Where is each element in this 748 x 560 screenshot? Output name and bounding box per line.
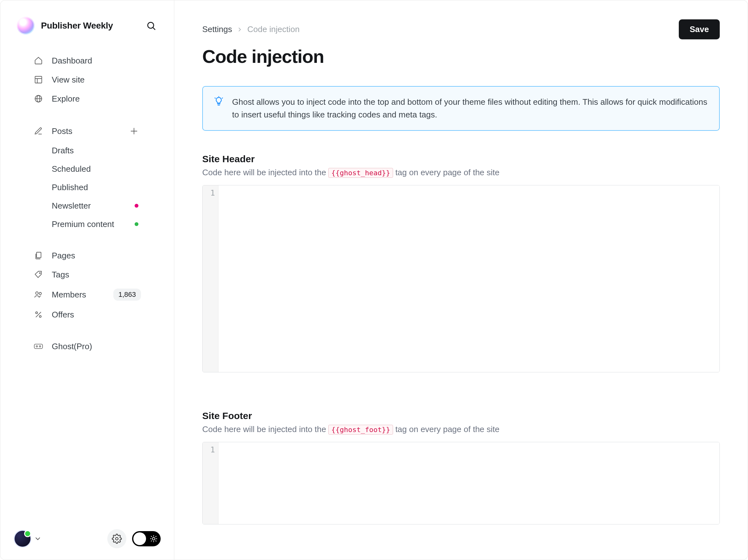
svg-line-14 bbox=[36, 312, 41, 317]
main-content: Settings Code injection Save Code inject… bbox=[174, 0, 748, 560]
breadcrumb-parent[interactable]: Settings bbox=[202, 24, 232, 34]
footer-code-textarea[interactable] bbox=[218, 442, 720, 524]
site-footer-section: Site Footer Code here will be injected i… bbox=[202, 411, 720, 524]
sidebar-item-label: Offers bbox=[52, 310, 74, 320]
svg-point-13 bbox=[39, 293, 41, 295]
sidebar-item-label: Drafts bbox=[52, 146, 74, 156]
sidebar-item-label: Premium content bbox=[52, 219, 114, 229]
svg-line-28 bbox=[156, 536, 156, 537]
toggle-knob bbox=[133, 532, 146, 545]
sidebar-item-label: Dashboard bbox=[52, 56, 92, 66]
sidebar-item-drafts[interactable]: Drafts bbox=[17, 141, 158, 160]
svg-point-15 bbox=[36, 312, 38, 314]
chevron-down-icon bbox=[34, 535, 42, 542]
status-dot-icon bbox=[135, 222, 138, 226]
lightbulb-icon bbox=[214, 96, 224, 106]
sidebar: Publisher Weekly Dashboard bbox=[0, 0, 174, 560]
plus-icon bbox=[130, 127, 138, 136]
svg-point-11 bbox=[39, 273, 40, 274]
svg-point-19 bbox=[39, 346, 41, 347]
svg-rect-2 bbox=[35, 76, 42, 83]
theme-toggle[interactable] bbox=[132, 531, 161, 546]
chevron-right-icon bbox=[236, 26, 243, 33]
svg-line-32 bbox=[222, 98, 223, 98]
svg-point-18 bbox=[36, 346, 38, 347]
sidebar-item-dashboard[interactable]: Dashboard bbox=[17, 51, 158, 70]
sidebar-item-label: Newsletter bbox=[52, 201, 91, 211]
sidebar-item-published[interactable]: Published bbox=[17, 178, 158, 196]
svg-rect-10 bbox=[37, 252, 41, 258]
svg-line-26 bbox=[151, 536, 151, 537]
section-description: Code here will be injected into the {{gh… bbox=[202, 424, 720, 434]
ghost-foot-tag: {{ghost_foot}} bbox=[328, 425, 393, 435]
section-title: Site Header bbox=[202, 154, 720, 164]
sidebar-item-label: Ghost(Pro) bbox=[52, 342, 92, 351]
info-text: Ghost allows you to inject code into the… bbox=[232, 96, 708, 121]
gear-icon bbox=[112, 534, 122, 544]
svg-rect-17 bbox=[34, 344, 43, 349]
svg-point-21 bbox=[153, 537, 155, 540]
sidebar-item-label: Published bbox=[52, 183, 88, 192]
copy-icon bbox=[33, 251, 44, 261]
search-button[interactable] bbox=[145, 19, 158, 32]
svg-line-29 bbox=[151, 541, 151, 541]
sidebar-item-label: Explore bbox=[52, 94, 80, 104]
percent-icon bbox=[33, 309, 44, 320]
sidebar-item-premium-content[interactable]: Premium content bbox=[17, 215, 158, 233]
status-dot-icon bbox=[135, 204, 138, 208]
sidebar-item-label: Pages bbox=[52, 251, 75, 261]
sidebar-item-view-site[interactable]: View site bbox=[17, 70, 158, 89]
sidebar-item-explore[interactable]: Explore bbox=[17, 89, 158, 108]
site-logo-icon bbox=[17, 17, 34, 34]
svg-point-16 bbox=[39, 316, 41, 318]
search-icon bbox=[146, 21, 156, 31]
settings-button[interactable] bbox=[107, 529, 126, 548]
svg-line-27 bbox=[156, 541, 156, 541]
svg-line-1 bbox=[153, 28, 155, 29]
house-icon bbox=[33, 55, 44, 66]
page-title: Code injection bbox=[202, 46, 720, 67]
svg-line-31 bbox=[215, 98, 215, 98]
section-title: Site Footer bbox=[202, 411, 720, 421]
site-switcher[interactable]: Publisher Weekly bbox=[17, 17, 158, 34]
users-icon bbox=[33, 289, 44, 300]
pro-icon bbox=[33, 341, 44, 351]
save-button[interactable]: Save bbox=[679, 19, 720, 39]
editor-gutter: 1 bbox=[203, 442, 218, 524]
user-menu[interactable] bbox=[14, 530, 42, 547]
sidebar-item-label: Members bbox=[52, 290, 86, 300]
sidebar-item-posts[interactable]: Posts bbox=[17, 121, 158, 141]
breadcrumb: Settings Code injection bbox=[202, 24, 300, 34]
sidebar-item-ghostpro[interactable]: Ghost(Pro) bbox=[17, 337, 158, 356]
line-number: 1 bbox=[203, 445, 215, 454]
site-name: Publisher Weekly bbox=[41, 21, 113, 31]
sidebar-item-pages[interactable]: Pages bbox=[17, 246, 158, 265]
sidebar-item-members[interactable]: Members 1,863 bbox=[17, 284, 158, 305]
info-banner: Ghost allows you to inject code into the… bbox=[202, 86, 720, 131]
sidebar-item-label: Tags bbox=[52, 270, 69, 280]
sidebar-item-newsletter[interactable]: Newsletter bbox=[17, 196, 158, 215]
breadcrumb-current: Code injection bbox=[247, 24, 300, 34]
pencil-icon bbox=[33, 126, 44, 136]
svg-point-12 bbox=[36, 292, 38, 294]
svg-point-20 bbox=[116, 537, 118, 540]
sidebar-item-label: Posts bbox=[52, 126, 72, 136]
sidebar-item-scheduled[interactable]: Scheduled bbox=[17, 160, 158, 178]
sidebar-item-offers[interactable]: Offers bbox=[17, 305, 158, 324]
footer-code-editor[interactable]: 1 bbox=[202, 442, 720, 524]
section-description: Code here will be injected into the {{gh… bbox=[202, 168, 720, 178]
sidebar-item-label: Scheduled bbox=[52, 164, 91, 174]
site-header-section: Site Header Code here will be injected i… bbox=[202, 154, 720, 372]
tag-icon bbox=[33, 270, 44, 280]
header-code-textarea[interactable] bbox=[218, 185, 720, 372]
avatar bbox=[14, 530, 31, 547]
sun-icon bbox=[150, 535, 158, 542]
ghost-head-tag: {{ghost_head}} bbox=[328, 168, 393, 178]
members-count-badge: 1,863 bbox=[113, 288, 141, 301]
globe-icon bbox=[33, 94, 44, 104]
sidebar-item-tags[interactable]: Tags bbox=[17, 265, 158, 284]
editor-gutter: 1 bbox=[203, 185, 218, 372]
new-post-button[interactable] bbox=[128, 125, 140, 137]
header-code-editor[interactable]: 1 bbox=[202, 185, 720, 372]
line-number: 1 bbox=[203, 189, 215, 197]
